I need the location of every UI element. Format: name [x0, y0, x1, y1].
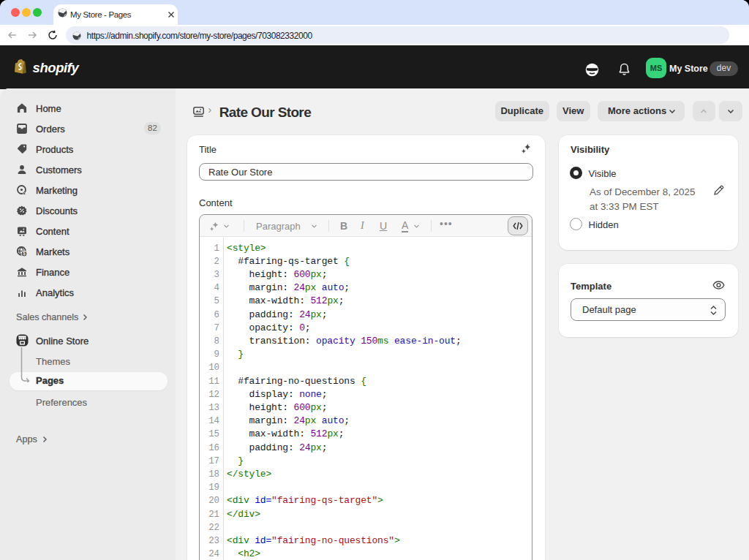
svg-text:$: $: [23, 251, 26, 257]
